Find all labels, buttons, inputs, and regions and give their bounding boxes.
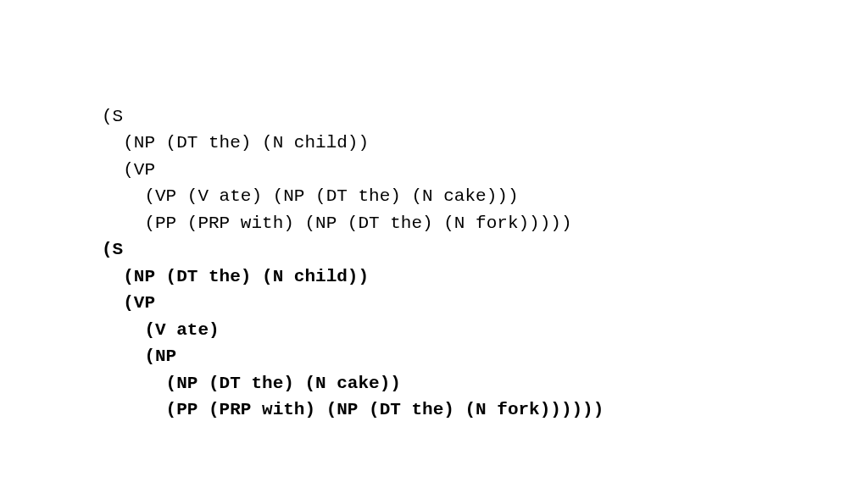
parse1-line5: (PP (PRP with) (NP (DT the) (N fork))))) [102,214,572,233]
parse-tree-1: (S (NP (DT the) (N child)) (VP (VP (V at… [102,103,604,237]
parse2-line4: (V ate) [102,320,220,340]
parse-trees-container: (S (NP (DT the) (N child)) (VP (VP (V at… [102,76,604,450]
parse2-line7: (PP (PRP with) (NP (DT the) (N fork)))))… [102,400,604,419]
parse1-line3: (VP [102,160,155,180]
parse2-line1: (S [102,240,123,259]
parse1-line1: (S [102,107,123,126]
parse-tree-2: (S (NP (DT the) (N child)) (VP (V ate) (… [102,236,604,424]
parse1-line4: (VP (V ate) (NP (DT the) (N cake))) [102,186,518,206]
parse2-line6: (NP (DT the) (N cake)) [102,374,401,393]
parse2-line3: (VP [102,293,155,313]
parse2-line2: (NP (DT the) (N child)) [102,267,369,286]
parse2-line5: (NP [102,347,176,366]
parse1-line2: (NP (DT the) (N child)) [102,133,369,152]
